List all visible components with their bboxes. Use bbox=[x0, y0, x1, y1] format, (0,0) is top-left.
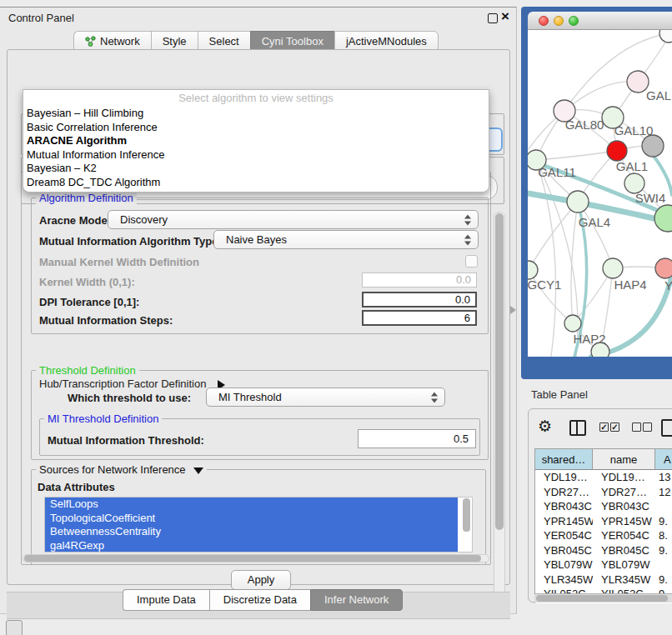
stepper-arrows-icon bbox=[464, 234, 472, 245]
mi-steps-field[interactable]: 6 bbox=[362, 310, 477, 326]
threshold-definition-title: Threshold Definition bbox=[36, 364, 139, 377]
list-vscrollbar-thumb[interactable] bbox=[463, 498, 470, 532]
network-canvas[interactable]: GALGAL80GAL10GAL1GAL11GAL4SWI4GCY1HAP4YH… bbox=[528, 30, 672, 357]
table-column-header[interactable]: A bbox=[655, 449, 672, 470]
tab-label: jActiveMNodules bbox=[346, 35, 427, 48]
dpi-tolerance-field[interactable]: 0.0 bbox=[362, 292, 477, 308]
stepper-arrows-icon bbox=[431, 392, 439, 402]
table-cell bbox=[655, 558, 672, 572]
settings-hscrollbar-thumb[interactable] bbox=[24, 555, 481, 562]
table-cell: YLR345W bbox=[593, 572, 655, 588]
table-row[interactable]: YPR145WYPR145W9. bbox=[535, 514, 672, 529]
dropdown-item[interactable]: Mutual Information Inference bbox=[23, 148, 489, 162]
mi-threshold-label: Mutual Information Threshold: bbox=[48, 434, 204, 447]
network-node-gal4[interactable] bbox=[567, 191, 589, 212]
table-panel-title: Table Panel bbox=[531, 388, 588, 401]
network-node-node-bottom[interactable] bbox=[591, 342, 609, 357]
tab-cyni-toolbox[interactable]: Cyni Toolbox bbox=[250, 31, 334, 51]
network-node-node-top[interactable] bbox=[659, 30, 672, 42]
settings-vscrollbar-thumb[interactable] bbox=[495, 213, 504, 530]
network-node-gray-node[interactable] bbox=[642, 135, 664, 157]
table-row[interactable]: YLR345WYLR345W9. bbox=[535, 572, 672, 588]
table-hscrollbar-track[interactable] bbox=[534, 593, 672, 602]
manual-kernel-label: Manual Kernel Width Definition bbox=[39, 256, 199, 268]
network-node-gal1[interactable] bbox=[607, 141, 627, 161]
mi-threshold-value: 0.5 bbox=[454, 432, 469, 445]
node-table[interactable]: shared…nameA YDL19…YDL19…13YDR27…YDR27…1… bbox=[534, 448, 672, 603]
close-icon[interactable]: × bbox=[501, 8, 509, 25]
panel-splitter-handle[interactable] bbox=[510, 306, 516, 314]
network-edge-highlighted[interactable] bbox=[653, 155, 672, 195]
table-cell: YBL079W bbox=[535, 558, 593, 572]
float-window-icon[interactable] bbox=[488, 13, 498, 23]
mi-threshold-field[interactable]: 0.5 bbox=[358, 429, 476, 448]
table-cell: YBR043C bbox=[593, 499, 655, 514]
mi-type-combo[interactable]: Naive Bayes bbox=[213, 230, 479, 249]
table-toolbar: ⚙ ✓ ✓ bbox=[528, 417, 672, 447]
network-node-hap2[interactable] bbox=[564, 315, 581, 332]
table-cell: YBL079W bbox=[593, 558, 655, 572]
checked-checkbox-icon[interactable]: ✓ bbox=[599, 422, 609, 432]
attribute-list-item[interactable]: TopologicalCoefficient bbox=[45, 512, 458, 526]
column-manager-icon[interactable] bbox=[569, 420, 586, 436]
dropdown-item[interactable]: Bayesian – Hill Climbing bbox=[23, 107, 489, 121]
gear-icon[interactable]: ⚙ bbox=[538, 417, 552, 436]
dropdown-item[interactable]: Basic Correlation Inference bbox=[23, 121, 489, 135]
table-row[interactable]: YBR043CYBR043C bbox=[535, 499, 672, 514]
aracne-mode-combo[interactable]: Discovery bbox=[108, 210, 479, 229]
dpi-tolerance-label: DPI Tolerance [0,1]: bbox=[39, 296, 139, 308]
table-row[interactable]: YDR27…YDR27…12 bbox=[535, 485, 672, 500]
table-column-header[interactable]: shared… bbox=[535, 449, 593, 470]
unchecked-checkbox-icon[interactable] bbox=[643, 422, 652, 432]
checked-checkbox-icon[interactable]: ✓ bbox=[610, 422, 619, 432]
kernel-width-field[interactable]: 0.0 bbox=[362, 272, 477, 288]
network-graph: GALGAL80GAL10GAL1GAL11GAL4SWI4GCY1HAP4YH… bbox=[528, 30, 672, 357]
bottom-tab-infer-network[interactable]: Infer Network bbox=[310, 589, 403, 611]
data-attributes-list[interactable]: SelfLoopsTopologicalCoefficientBetweenne… bbox=[44, 497, 473, 552]
table-hscrollbar-thumb[interactable] bbox=[536, 595, 668, 602]
tab-jactivemnodules[interactable]: jActiveMNodules bbox=[334, 31, 439, 51]
tab-select[interactable]: Select bbox=[198, 31, 250, 51]
table-row[interactable]: YBL079WYBL079W bbox=[535, 558, 672, 572]
manual-kernel-checkbox[interactable] bbox=[465, 255, 478, 268]
bottom-tab-discretize-data[interactable]: Discretize Data bbox=[209, 589, 310, 611]
table-cell: YER054C bbox=[593, 528, 655, 543]
table-row[interactable]: YER054CYER054C8. bbox=[535, 528, 672, 543]
mi-type-label: Mutual Information Algorithm Type: bbox=[39, 235, 222, 248]
minimize-traffic-icon[interactable] bbox=[554, 16, 564, 26]
network-node-salmon-node[interactable] bbox=[655, 258, 672, 278]
table-row[interactable]: YBR045CYBR045C9. bbox=[535, 543, 672, 558]
network-node-label: GAL bbox=[646, 88, 671, 102]
attribute-list-item[interactable]: BetweennessCentrality bbox=[45, 525, 458, 539]
apply-button[interactable]: Apply bbox=[231, 570, 291, 590]
table-row[interactable]: YDL19…YDL19…13 bbox=[535, 470, 672, 485]
tab-network[interactable]: Network bbox=[73, 31, 151, 51]
table-column-header[interactable]: name bbox=[593, 449, 655, 470]
algorithm-dropdown-list: Select algorithm to view settings Bayesi… bbox=[23, 89, 489, 192]
network-node-hap4[interactable] bbox=[603, 258, 623, 278]
attribute-list-item[interactable]: gal4RGexp bbox=[45, 539, 458, 553]
dropdown-item[interactable]: Dream8 DC_TDC Algorithm bbox=[23, 176, 489, 190]
stepper-arrows-icon bbox=[464, 214, 472, 225]
sources-group-title[interactable]: Sources for Network Inference bbox=[36, 463, 207, 476]
attribute-list-item[interactable]: SelfLoops bbox=[45, 498, 458, 512]
dropdown-item[interactable]: Bayesian – K2 bbox=[23, 162, 489, 176]
tab-style[interactable]: Style bbox=[151, 31, 198, 51]
network-node-gcy1[interactable] bbox=[528, 261, 538, 279]
which-threshold-value: MI Threshold bbox=[218, 391, 282, 403]
docked-window-icon[interactable] bbox=[6, 620, 23, 635]
network-edge[interactable] bbox=[536, 151, 617, 160]
dropdown-item[interactable]: ARACNE Algorithm bbox=[23, 134, 489, 148]
close-traffic-icon[interactable] bbox=[539, 16, 549, 26]
zoom-traffic-icon[interactable] bbox=[569, 16, 579, 26]
network-node-label: GAL4 bbox=[579, 215, 610, 229]
network-window-titlebar[interactable] bbox=[528, 12, 672, 30]
bottom-tab-impute-data[interactable]: Impute Data bbox=[123, 589, 209, 611]
dropdown-placeholder: Select algorithm to view settings bbox=[23, 90, 489, 107]
which-threshold-combo[interactable]: MI Threshold bbox=[206, 388, 445, 407]
unchecked-checkbox-icon[interactable] bbox=[632, 422, 641, 432]
panel-tab-bar: NetworkStyleSelectCyni ToolboxjActiveMNo… bbox=[73, 31, 439, 49]
window-title: Control Panel bbox=[8, 12, 74, 24]
network-edge[interactable] bbox=[536, 160, 556, 357]
function-icon[interactable] bbox=[661, 419, 672, 437]
